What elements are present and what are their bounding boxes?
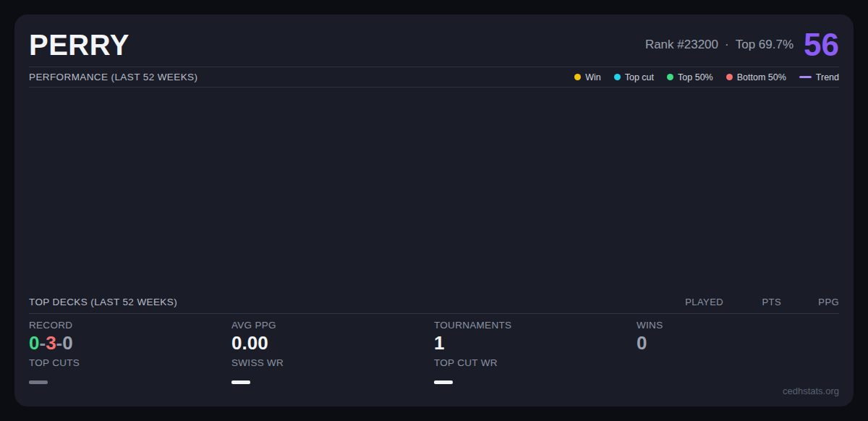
- record-value: 0-3-0: [29, 333, 231, 354]
- stat-wins: WINS 0: [637, 320, 839, 384]
- topcut-dot-icon: [614, 74, 621, 80]
- win-dot-icon: [574, 74, 581, 80]
- record-losses: 3: [46, 332, 56, 354]
- stat-label-avg-ppg: AVG PPG: [231, 320, 434, 331]
- legend-item-top50: Top 50%: [667, 72, 713, 82]
- top-cut-wr-empty-dash: [434, 380, 453, 384]
- legend-label: Top cut: [625, 72, 654, 82]
- legend-label: Trend: [816, 72, 839, 82]
- stat-label-top-cut-wr: TOP CUT WR: [434, 357, 637, 368]
- header-right: Rank #23200 · Top 69.7% 56: [645, 29, 839, 61]
- top50-dot-icon: [667, 74, 673, 80]
- top-percent-text: Top 69.7%: [736, 38, 793, 52]
- stat-label-top-cuts: TOP CUTS: [29, 357, 231, 368]
- column-header-pts: PTS: [723, 297, 781, 307]
- swiss-wr-empty-dash: [231, 380, 250, 384]
- stat-label-wins: WINS: [637, 320, 839, 331]
- legend-label: Win: [585, 72, 601, 82]
- stat-label-record: RECORD: [29, 320, 231, 331]
- performance-chart-empty: [29, 88, 839, 297]
- top-decks-header-row: TOP DECKS (LAST 52 WEEKS) PLAYED PTS PPG: [29, 297, 839, 314]
- rank-line: Rank #23200 · Top 69.7%: [645, 38, 793, 52]
- legend-label: Bottom 50%: [737, 72, 786, 82]
- record-draws: 0: [62, 332, 72, 354]
- performance-header-row: PERFORMANCE (LAST 52 WEEKS) Win Top cut …: [29, 67, 839, 88]
- legend-item-bottom50: Bottom 50%: [726, 72, 786, 82]
- legend-item-topcut: Top cut: [614, 72, 654, 82]
- stat-tournaments: TOURNAMENTS 1 TOP CUT WR: [434, 320, 637, 384]
- stat-label-swiss-wr: SWISS WR: [231, 357, 434, 368]
- column-header-played: PLAYED: [655, 297, 723, 307]
- legend-item-trend: Trend: [799, 72, 839, 82]
- column-header-ppg: PPG: [781, 297, 839, 307]
- tournaments-value: 1: [434, 333, 637, 354]
- wins-dash-spacer: [637, 380, 655, 384]
- legend-item-win: Win: [574, 72, 601, 82]
- rank-separator-dot: ·: [725, 38, 729, 52]
- legend-label: Top 50%: [678, 72, 713, 82]
- stat-sub-spacer: [637, 357, 839, 368]
- stat-label-tournaments: TOURNAMENTS: [434, 320, 637, 331]
- stats-grid: RECORD 0-3-0 TOP CUTS AVG PPG 0.00 SWISS…: [29, 320, 839, 384]
- stat-record: RECORD 0-3-0 TOP CUTS: [29, 320, 231, 384]
- player-name: PERRY: [29, 30, 129, 59]
- card-footer: cedhstats.org: [29, 386, 839, 396]
- performance-title: PERFORMANCE (LAST 52 WEEKS): [29, 72, 197, 82]
- stat-avg-ppg: AVG PPG 0.00 SWISS WR: [231, 320, 434, 384]
- rank-text: Rank #23200: [645, 38, 718, 52]
- bottom50-dot-icon: [726, 74, 733, 80]
- record-separator: -: [56, 332, 63, 354]
- top-decks-title: TOP DECKS (LAST 52 WEEKS): [29, 297, 177, 307]
- record-wins: 0: [29, 332, 39, 354]
- trend-line-icon: [799, 76, 812, 78]
- site-watermark: cedhstats.org: [783, 386, 839, 396]
- score-value: 56: [804, 29, 839, 61]
- player-stats-card: PERRY Rank #23200 · Top 69.7% 56 PERFORM…: [14, 14, 854, 407]
- wins-value: 0: [637, 333, 839, 354]
- card-header: PERRY Rank #23200 · Top 69.7% 56: [29, 29, 839, 67]
- record-separator: -: [39, 332, 46, 354]
- top-decks-columns: PLAYED PTS PPG: [655, 297, 839, 307]
- avg-ppg-value: 0.00: [231, 333, 434, 354]
- top-cuts-empty-dash: [29, 380, 48, 384]
- chart-legend: Win Top cut Top 50% Bottom 50% Trend: [574, 72, 839, 82]
